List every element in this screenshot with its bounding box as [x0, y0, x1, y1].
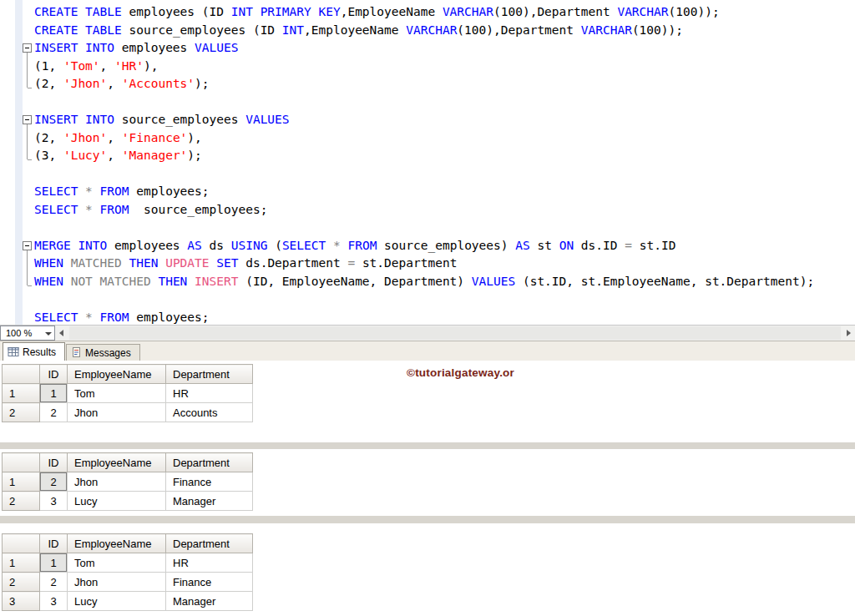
tab-messages[interactable]: Messages: [66, 344, 140, 361]
code-token: source_employees;: [136, 203, 267, 216]
grid-cell[interactable]: Manager: [166, 592, 253, 611]
collapse-minus-icon[interactable]: [23, 241, 32, 250]
row-number[interactable]: 2: [3, 492, 40, 511]
code-line[interactable]: [0, 93, 855, 112]
code-line[interactable]: (2, 'Jhon', 'Accounts');: [0, 75, 855, 93]
grid-corner-cell[interactable]: [3, 453, 40, 472]
code-line[interactable]: MERGE INTO employees AS ds USING (SELECT…: [0, 237, 855, 255]
code-token: 'Manager': [122, 149, 188, 162]
row-number[interactable]: 1: [3, 384, 40, 403]
code-line[interactable]: SELECT * FROM employees;: [0, 183, 855, 201]
grid-cell[interactable]: Finance: [166, 472, 253, 492]
code-token: THEN: [158, 275, 195, 288]
collapse-minus-icon[interactable]: [23, 115, 32, 124]
code-line[interactable]: WHEN MATCHED THEN UPDATE SET ds.Departme…: [0, 255, 855, 273]
column-header-employeename[interactable]: EmployeeName: [68, 365, 166, 384]
code-token: *: [85, 184, 99, 198]
code-line[interactable]: (2, 'Jhon', 'Finance'),: [0, 129, 855, 148]
zoom-dropdown[interactable]: 100 %: [0, 326, 55, 341]
grid-cell[interactable]: 3: [40, 592, 68, 611]
code-line[interactable]: SELECT * FROM source_employees;: [0, 201, 855, 220]
code-token: );: [195, 77, 209, 90]
column-header-department[interactable]: Department: [166, 534, 253, 553]
sql-editor[interactable]: CREATE TABLE employees (ID INT PRIMARY K…: [0, 0, 855, 326]
grid-cell[interactable]: 1: [40, 384, 68, 403]
grid-cell[interactable]: Jhon: [68, 573, 166, 592]
tab-results[interactable]: Results: [3, 342, 65, 361]
watermark: ©tutorialgateway.or: [407, 366, 514, 379]
results-grid-3: IDEmployeeNameDepartment11TomHR22JhonFin…: [2, 533, 253, 611]
code-token: (100),Department: [457, 23, 580, 37]
code-line[interactable]: [0, 290, 855, 309]
code-line[interactable]: (3, 'Lucy', 'Manager');: [0, 147, 855, 165]
grid-cell[interactable]: HR: [166, 384, 253, 403]
code-token: (100));: [669, 5, 720, 18]
code-token: (100),Department: [493, 5, 617, 18]
code-line[interactable]: CREATE TABLE employees (ID INT PRIMARY K…: [0, 3, 855, 22]
grid-corner-cell[interactable]: [3, 365, 40, 384]
horizontal-scrollbar[interactable]: [55, 326, 855, 341]
code-token: AS: [187, 239, 209, 252]
zoom-value: 100 %: [1, 328, 43, 338]
grid-cell[interactable]: Tom: [68, 553, 166, 573]
pane-splitter-2[interactable]: [0, 516, 855, 523]
code-line[interactable]: [0, 219, 855, 237]
code-line[interactable]: INSERT INTO employees VALUES: [0, 39, 855, 58]
scroll-left-button[interactable]: [55, 326, 69, 341]
code-token: employees: [122, 41, 195, 54]
grid-cell[interactable]: 2: [40, 472, 68, 492]
grid-corner-cell[interactable]: [3, 534, 40, 553]
code-token: USING: [231, 239, 275, 252]
grid-cell[interactable]: HR: [166, 553, 253, 573]
grid-cell[interactable]: 3: [40, 492, 68, 511]
grid-cell[interactable]: 1: [40, 553, 68, 573]
grid-cell[interactable]: Accounts: [166, 403, 253, 422]
grid-cell[interactable]: Tom: [68, 384, 166, 403]
code-token: WHEN: [34, 256, 71, 270]
code-token: INSERT INTO: [34, 113, 122, 126]
code-line[interactable]: [0, 165, 855, 184]
results-tabbar: Results Messages: [0, 341, 855, 361]
column-header-employeename[interactable]: EmployeeName: [68, 453, 166, 472]
grid-cell[interactable]: Jhon: [68, 472, 166, 492]
code-line[interactable]: (1, 'Tom', 'HR'),: [0, 58, 855, 76]
collapse-minus-icon[interactable]: [23, 43, 32, 53]
row-number[interactable]: 3: [3, 592, 40, 611]
code-token: ,EmployeeName: [341, 5, 443, 18]
editor-bottom-bar: 100 %: [0, 326, 855, 341]
column-header-id[interactable]: ID: [40, 365, 68, 384]
grid-cell[interactable]: Manager: [166, 492, 253, 511]
results-grid-1: IDEmployeeNameDepartment11TomHR22JhonAcc…: [2, 364, 253, 422]
ssms-window: CREATE TABLE employees (ID INT PRIMARY K…: [0, 0, 855, 616]
fold-margin: [0, 58, 34, 76]
grid-cell[interactable]: 2: [40, 573, 68, 592]
grid-cell[interactable]: Lucy: [68, 592, 166, 611]
grid-cell[interactable]: Jhon: [68, 403, 166, 422]
table-row: 11TomHR: [3, 384, 253, 403]
column-header-id[interactable]: ID: [40, 453, 68, 472]
grid-cell[interactable]: Lucy: [68, 492, 166, 511]
code-line[interactable]: INSERT INTO source_employees VALUES: [0, 111, 855, 129]
code-line[interactable]: CREATE TABLE source_employees (ID INT,Em…: [0, 22, 855, 40]
column-header-employeename[interactable]: EmployeeName: [68, 534, 166, 553]
column-header-department[interactable]: Department: [166, 365, 253, 384]
code-line[interactable]: WHEN NOT MATCHED THEN INSERT (ID, Employ…: [0, 273, 855, 291]
code-token: =: [625, 239, 639, 252]
column-header-id[interactable]: ID: [40, 534, 68, 553]
row-number[interactable]: 2: [3, 573, 40, 592]
code-token: INSERT: [195, 275, 245, 288]
scrollbar-thumb[interactable]: [69, 326, 841, 340]
grid-cell[interactable]: 2: [40, 403, 68, 422]
grid-cell[interactable]: Finance: [166, 573, 253, 592]
pane-splitter-1[interactable]: [0, 442, 855, 449]
row-number[interactable]: 1: [3, 553, 40, 573]
chevron-down-icon[interactable]: [43, 326, 54, 340]
row-number[interactable]: 1: [3, 472, 40, 492]
code-lines: CREATE TABLE employees (ID INT PRIMARY K…: [0, 3, 855, 326]
row-number[interactable]: 2: [3, 403, 40, 422]
column-header-department[interactable]: Department: [166, 453, 253, 472]
code-token: 'Jhon': [63, 131, 107, 144]
code-token: st.Department: [362, 256, 458, 270]
scroll-right-button[interactable]: [841, 326, 855, 341]
code-line[interactable]: SELECT * FROM employees;: [0, 309, 855, 326]
